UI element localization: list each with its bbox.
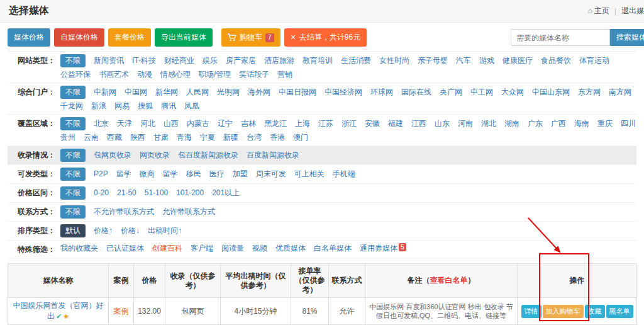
filter-option[interactable]: 医疗 bbox=[209, 169, 225, 180]
filter-option[interactable]: 澳门 bbox=[293, 132, 308, 143]
filter-option[interactable]: 房产家居 bbox=[226, 55, 256, 66]
filter-selected-chip[interactable]: 不限 bbox=[60, 205, 86, 219]
filter-option[interactable]: 价格↓ bbox=[121, 225, 140, 236]
filter-option[interactable]: 台湾 bbox=[247, 132, 262, 143]
filter-option[interactable]: 海外网 bbox=[248, 87, 270, 98]
filter-selected-chip[interactable]: 不限 bbox=[60, 86, 86, 99]
filter-option[interactable]: 百度新闻源收录 bbox=[247, 150, 299, 161]
filter-option[interactable]: 阅读量 bbox=[221, 243, 244, 254]
filter-option[interactable]: 书画艺术 bbox=[99, 69, 129, 80]
search-button[interactable]: 搜索媒体 bbox=[610, 29, 644, 46]
filter-option[interactable]: 手机端 bbox=[333, 169, 355, 180]
filter-option[interactable]: 包百度新闻源收录 bbox=[178, 150, 238, 161]
filter-option[interactable]: 101-200 bbox=[176, 188, 204, 198]
filter-option[interactable]: 生活消费 bbox=[341, 55, 371, 66]
filter-option[interactable]: 重庆 bbox=[597, 118, 613, 129]
filter-selected-chip[interactable]: 不限 bbox=[60, 117, 86, 130]
filter-option[interactable]: 已认证媒体 bbox=[106, 243, 144, 254]
filter-option[interactable]: 不允许带联系方式 bbox=[94, 207, 154, 217]
filter-option[interactable]: 中国经济网 bbox=[325, 87, 362, 98]
filter-option[interactable]: 山东 bbox=[435, 118, 450, 129]
filter-option[interactable]: 河南 bbox=[458, 118, 473, 129]
filter-option[interactable]: 湖南 bbox=[504, 118, 519, 129]
filter-option[interactable]: 0-20 bbox=[94, 188, 109, 198]
filter-option[interactable]: 广东 bbox=[528, 118, 543, 129]
add-to-cart-button[interactable]: 加入购物车 bbox=[543, 305, 584, 318]
filter-option[interactable]: 上海 bbox=[295, 118, 310, 129]
filter-option[interactable]: 海南 bbox=[574, 118, 589, 129]
filter-option[interactable]: 内蒙古 bbox=[187, 118, 209, 129]
filter-option[interactable]: 甘肃 bbox=[153, 132, 169, 143]
filter-option[interactable]: 香港 bbox=[270, 132, 285, 143]
filter-option[interactable]: 辽宁 bbox=[218, 118, 233, 129]
detail-button[interactable]: 详情 bbox=[521, 305, 541, 318]
filter-option[interactable]: 新华网 bbox=[155, 87, 178, 98]
filter-option[interactable]: 留学 bbox=[163, 169, 178, 180]
checkout-button[interactable]: ✕ 去结算，共计96元 bbox=[284, 28, 367, 47]
filter-option[interactable]: 白名单媒体 bbox=[314, 243, 352, 254]
filter-option[interactable]: 价格↑ bbox=[94, 225, 113, 236]
filter-option[interactable]: 酒店旅游 bbox=[264, 55, 294, 66]
filter-option[interactable]: 食品餐饮 bbox=[541, 55, 571, 66]
filter-option[interactable]: 河北 bbox=[140, 118, 155, 129]
toolbar-button-export-current-media[interactable]: 导出当前媒体 bbox=[155, 28, 213, 47]
filter-option[interactable]: 201以上 bbox=[212, 188, 240, 198]
filter-option[interactable]: 51-100 bbox=[145, 188, 168, 198]
filter-option[interactable]: 搜狐 bbox=[138, 101, 153, 111]
filter-option[interactable]: IT-科技 bbox=[132, 55, 156, 66]
filter-option[interactable]: 我的收藏夹 bbox=[60, 243, 98, 254]
filter-option[interactable]: 情感心理 bbox=[160, 69, 191, 80]
filter-option[interactable]: 陕西 bbox=[130, 132, 145, 143]
filter-option[interactable]: 云南 bbox=[84, 132, 99, 143]
filter-option[interactable]: 中国网 bbox=[125, 87, 147, 98]
filter-option[interactable]: 国际在线 bbox=[401, 87, 431, 98]
filter-option[interactable]: 网页收录 bbox=[140, 150, 170, 161]
filter-option[interactable]: 21-50 bbox=[117, 188, 136, 198]
toolbar-button-package-price[interactable]: 套餐价格 bbox=[108, 28, 151, 47]
filter-option[interactable]: 职场/管理 bbox=[199, 69, 231, 80]
filter-option[interactable]: 视频 bbox=[252, 243, 267, 254]
filter-selected-chip[interactable]: 不限 bbox=[60, 186, 86, 200]
filter-selected-chip[interactable]: 不限 bbox=[60, 168, 86, 181]
filter-option[interactable]: 中国日报网 bbox=[279, 87, 316, 98]
cart-button[interactable]: 购物车 7 bbox=[221, 28, 280, 47]
logout-link[interactable]: 退出媒体 bbox=[621, 6, 644, 16]
filter-option[interactable]: 贵州 bbox=[60, 132, 75, 143]
filter-selected-chip[interactable]: 不限 bbox=[60, 149, 86, 162]
filter-option[interactable]: 广西 bbox=[551, 118, 566, 129]
filter-option[interactable]: 网易 bbox=[114, 101, 130, 111]
filter-option[interactable]: 优质媒体 bbox=[275, 243, 306, 254]
filter-option[interactable]: 健康医疗 bbox=[502, 55, 533, 66]
filter-option[interactable]: 光明网 bbox=[217, 87, 240, 98]
case-link[interactable]: 案例 bbox=[114, 307, 129, 316]
filter-selected-chip[interactable]: 默认 bbox=[60, 224, 86, 237]
filter-option[interactable]: 湖北 bbox=[481, 118, 496, 129]
whitelist-link[interactable]: 查看白名单 bbox=[430, 276, 468, 285]
filter-option[interactable]: 黑龙江 bbox=[264, 118, 287, 129]
filter-option[interactable]: 人民网 bbox=[186, 87, 209, 98]
filter-option[interactable]: 创建百科 bbox=[152, 243, 182, 254]
filter-option[interactable]: 允许带联系方式 bbox=[162, 207, 215, 217]
filter-option[interactable]: 新浪 bbox=[91, 101, 106, 111]
filter-option[interactable]: 留学 bbox=[116, 169, 131, 180]
filter-option[interactable]: 凤凰 bbox=[184, 101, 199, 111]
filter-option[interactable]: 江苏 bbox=[318, 118, 333, 129]
filter-option[interactable]: 中国山东网 bbox=[532, 87, 570, 98]
filter-option[interactable]: 微商 bbox=[140, 169, 155, 180]
filter-option[interactable]: 笑话段子 bbox=[239, 69, 269, 80]
filter-option[interactable]: 天津 bbox=[117, 118, 132, 129]
filter-option[interactable]: 千龙网 bbox=[60, 101, 83, 111]
search-input[interactable] bbox=[511, 29, 610, 46]
filter-option[interactable]: 青海 bbox=[177, 132, 192, 143]
filter-option[interactable]: 北京 bbox=[94, 118, 109, 129]
filter-option[interactable]: 南方网 bbox=[609, 87, 631, 98]
blacklist-button[interactable]: 黑名单 bbox=[606, 305, 633, 318]
filter-option[interactable]: 浙江 bbox=[341, 118, 357, 129]
filter-option[interactable]: 大众网 bbox=[501, 87, 524, 98]
toolbar-button-self-media-price[interactable]: 自媒体价格 bbox=[54, 28, 104, 47]
filter-option[interactable]: 福建 bbox=[388, 118, 403, 129]
home-link[interactable]: ⌂主页 bbox=[588, 6, 609, 16]
filter-option[interactable]: 教育培训 bbox=[303, 55, 333, 66]
filter-option[interactable]: 游戏 bbox=[479, 55, 494, 66]
filter-option[interactable]: 西藏 bbox=[107, 132, 122, 143]
